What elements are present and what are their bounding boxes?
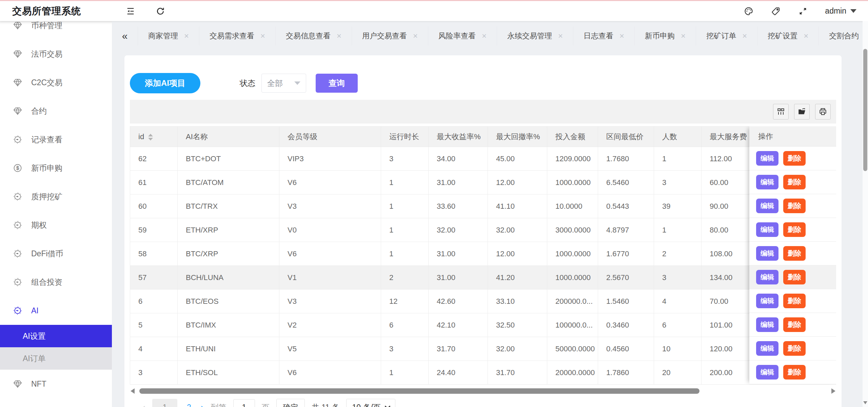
edit-button[interactable]: 编辑 [756,365,778,380]
tab-close-icon[interactable]: × [337,32,341,40]
tab-item-10[interactable]: 交割合约× [819,26,868,45]
sort-icon[interactable] [148,134,153,141]
status-select[interactable]: 全部 [261,74,306,93]
cell-people: 4 [654,290,702,313]
sidebar-subitem-ai-orders[interactable]: AI订单 [0,347,112,370]
cell-profit: 42.60 [429,290,488,313]
refresh-icon[interactable] [155,6,165,16]
add-ai-project-button[interactable]: 添加AI项目 [130,73,200,93]
delete-button[interactable]: 删除 [783,246,806,261]
scroll-left-arrow-icon[interactable] [131,388,135,394]
tab-item-8[interactable]: 挖矿订单× [696,26,757,45]
tab-close-icon[interactable]: × [260,32,265,40]
tabs-scroll-left-icon[interactable]: « [112,26,138,45]
tag-icon[interactable] [771,6,781,16]
delete-button[interactable]: 删除 [783,317,806,332]
sidebar-item-contract[interactable]: 合约 [0,97,112,125]
horizontal-scrollbar-thumb[interactable] [139,388,699,394]
cell-level: V0 [279,218,381,242]
sidebar-item-label: DeFi借币 [31,248,63,259]
delete-button[interactable]: 删除 [783,151,806,166]
vertical-scrollbar [863,21,868,407]
edit-button[interactable]: 编辑 [756,294,778,308]
current-page-button[interactable]: 1 [152,399,177,407]
print-icon[interactable] [815,104,831,119]
tab-item-5[interactable]: 永续交易管理× [497,26,573,45]
prev-page-button[interactable]: ‹ [142,402,145,407]
sidebar-item-defi-loan[interactable]: DeFi借币 [0,239,112,268]
delete-button[interactable]: 删除 [783,175,806,189]
edit-button[interactable]: 编辑 [756,151,778,166]
tab-label: 交割合约 [829,31,859,41]
search-button[interactable]: 查询 [316,74,358,93]
columns-icon[interactable] [773,104,789,119]
tab-close-icon[interactable]: × [681,32,686,40]
scroll-right-arrow-icon[interactable] [831,388,835,394]
sidebar-item-currency-manage[interactable]: 币种管理 [0,21,112,40]
cell-invest: 200000.0... [547,290,598,313]
edit-button[interactable]: 编辑 [756,270,778,284]
tab-item-9[interactable]: 挖矿设置× [757,26,819,45]
export-icon[interactable] [794,104,810,119]
delete-button[interactable]: 删除 [783,199,806,213]
sidebar-item-c2c-trade[interactable]: C2C交易 [0,68,112,97]
palette-icon[interactable] [744,6,754,16]
tab-close-icon[interactable]: × [413,32,418,40]
delete-button[interactable]: 删除 [783,365,806,380]
status-label: 状态 [240,78,255,89]
tab-item-4[interactable]: 风险率查看× [428,26,497,45]
collapse-menu-icon[interactable] [125,6,136,16]
jump-suffix-label: 页 [262,402,270,407]
scroll-down-arrow-icon[interactable] [863,401,867,404]
cell-duration: 1 [381,218,429,242]
page-2-button[interactable]: 2 [184,403,194,407]
actions-cell: 编辑删除 [749,218,836,242]
edit-button[interactable]: 编辑 [756,341,778,356]
sidebar-item-portfolio[interactable]: 组合投资 [0,268,112,296]
sidebar-item-nft[interactable]: NFT [0,370,112,398]
tab-item-6[interactable]: 日志查看× [573,26,635,45]
tab-close-icon[interactable]: × [619,32,624,40]
page-size-select[interactable]: 10 条/页 [346,399,395,407]
fullscreen-icon[interactable] [798,6,808,16]
sidebar-item-fiat-trade[interactable]: 法币交易 [0,40,112,68]
tab-item-7[interactable]: 新币申购× [635,26,696,45]
tab-item-2[interactable]: 交易信息查看× [276,26,352,45]
sidebar-subitem-ai-settings[interactable]: AI设置 [0,325,112,347]
jump-page-input[interactable] [233,399,255,407]
vertical-scrollbar-thumb[interactable] [863,49,867,171]
sidebar-item-staking-mining[interactable]: 质押挖矿 [0,182,112,211]
sidebar-item-new-coin[interactable]: $新币申购 [0,154,112,182]
tab-close-icon[interactable]: × [482,32,487,40]
tab-item-1[interactable]: 交易需求查看× [199,26,276,45]
sidebar-item-options[interactable]: 期权 [0,211,112,239]
edit-button[interactable]: 编辑 [756,199,778,213]
tab-item-0[interactable]: 商家管理× [138,26,199,45]
sidebar-item-ai[interactable]: AI [0,296,112,325]
delete-button[interactable]: 删除 [783,270,806,284]
confirm-page-button[interactable]: 确定 [276,399,305,407]
delete-button[interactable]: 删除 [783,341,806,356]
cell-profit: 32.00 [429,218,488,242]
cell-level: V6 [279,242,381,266]
delete-button[interactable]: 删除 [783,294,806,308]
delete-button[interactable]: 删除 [783,222,806,237]
edit-button[interactable]: 编辑 [756,317,778,332]
user-menu[interactable]: admin [825,6,856,16]
cell-min_price: 1.5460 [598,290,654,313]
sidebar-item-records[interactable]: 记录查看 [0,125,112,154]
next-page-button[interactable]: › [201,402,204,407]
cell-id: 61 [130,171,178,195]
tab-list: 商家管理×交易需求查看×交易信息查看×用户交易查看×风险率查看×永续交易管理×日… [138,26,868,45]
cell-profit: 31.00 [429,171,488,195]
edit-button[interactable]: 编辑 [756,222,778,237]
tab-close-icon[interactable]: × [742,32,747,40]
tab-close-icon[interactable]: × [804,32,808,40]
tab-close-icon[interactable]: × [184,32,189,40]
cell-people: 1 [654,147,702,171]
tab-close-icon[interactable]: × [558,32,563,40]
edit-button[interactable]: 编辑 [756,246,778,261]
actions-cell: 编辑删除 [749,147,836,170]
tab-item-3[interactable]: 用户交易查看× [352,26,428,45]
edit-button[interactable]: 编辑 [756,175,778,189]
